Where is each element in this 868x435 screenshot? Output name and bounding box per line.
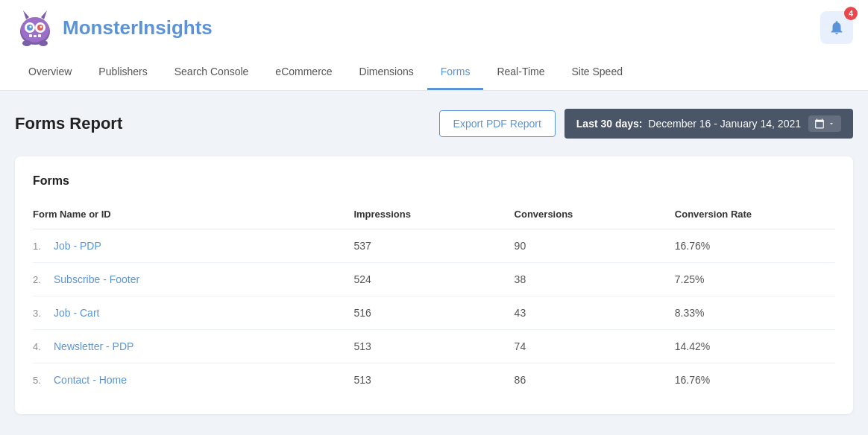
- header-right: 4: [820, 11, 853, 44]
- row-name-cell: 1. Job - PDP: [33, 240, 353, 252]
- nav-item-publishers[interactable]: Publishers: [85, 55, 160, 90]
- row-form-link[interactable]: Job - PDP: [54, 240, 101, 252]
- nav-bar: Overview Publishers Search Console eComm…: [0, 55, 868, 91]
- svg-rect-12: [38, 34, 41, 37]
- row-conversions: 38: [515, 273, 675, 285]
- notification-badge: 4: [844, 7, 858, 20]
- table-row: 1. Job - PDP 537 90 16.76%: [33, 229, 835, 263]
- row-form-link[interactable]: Job - Cart: [54, 307, 99, 319]
- row-impressions: 516: [353, 307, 514, 319]
- nav-item-overview[interactable]: Overview: [15, 55, 85, 90]
- page-header: Forms Report Export PDF Report Last 30 d…: [15, 109, 853, 139]
- col-header-name: Form Name or ID: [33, 209, 353, 220]
- logo-main: Monster: [63, 16, 138, 39]
- date-range-label: Last 30 days: December 16 - January 14, …: [576, 118, 801, 130]
- nav-item-forms[interactable]: Forms: [427, 55, 484, 90]
- page-header-actions: Export PDF Report Last 30 days: December…: [439, 109, 853, 139]
- row-impressions: 524: [353, 273, 514, 285]
- notification-button[interactable]: 4: [820, 11, 853, 44]
- svg-point-6: [30, 26, 32, 28]
- table-row: 2. Subscribe - Footer 524 38 7.25%: [33, 263, 835, 296]
- chevron-down-icon: [828, 120, 835, 127]
- date-range-button[interactable]: Last 30 days: December 16 - January 14, …: [564, 109, 853, 139]
- table-row: 4. Newsletter - PDP 513 74 14.42%: [33, 330, 835, 363]
- row-form-link[interactable]: Contact - Home: [54, 374, 127, 386]
- row-conversion-rate: 8.33%: [675, 307, 835, 319]
- svg-marker-8: [23, 10, 29, 19]
- row-conversions: 90: [515, 240, 675, 252]
- table-row: 5. Contact - Home 513 86 16.76%: [33, 363, 835, 396]
- export-pdf-button[interactable]: Export PDF Report: [439, 110, 556, 137]
- row-conversions: 86: [515, 374, 675, 386]
- page-title: Forms Report: [15, 114, 122, 133]
- row-impressions: 537: [353, 240, 514, 252]
- row-number: 2.: [33, 274, 48, 285]
- nav-item-ecommerce[interactable]: eCommerce: [262, 55, 345, 90]
- nav-item-search-console[interactable]: Search Console: [161, 55, 262, 90]
- row-impressions: 513: [353, 340, 514, 352]
- main-content: Forms Report Export PDF Report Last 30 d…: [0, 91, 868, 432]
- logo-text: MonsterInsights: [63, 16, 213, 39]
- logo-area: MonsterInsights: [15, 7, 213, 48]
- row-number: 5.: [33, 375, 48, 386]
- notification-icon: [828, 19, 845, 36]
- calendar-icon: [808, 115, 841, 132]
- row-name-cell: 3. Job - Cart: [33, 307, 353, 319]
- row-conversion-rate: 14.42%: [675, 340, 835, 352]
- col-header-conversions: Conversions: [515, 209, 675, 220]
- nav-item-realtime[interactable]: Real-Time: [483, 55, 558, 90]
- row-form-link[interactable]: Newsletter - PDP: [54, 340, 133, 352]
- row-conversion-rate: 16.76%: [675, 374, 835, 386]
- row-name-cell: 2. Subscribe - Footer: [33, 273, 353, 285]
- row-name-cell: 5. Contact - Home: [33, 374, 353, 386]
- row-conversions: 43: [515, 307, 675, 319]
- nav-item-sitespeed[interactable]: Site Speed: [558, 55, 636, 90]
- svg-point-13: [22, 40, 31, 46]
- col-header-impressions: Impressions: [353, 209, 514, 220]
- forms-card: Forms Form Name or ID Impressions Conver…: [15, 156, 853, 414]
- row-number: 1.: [33, 241, 48, 252]
- row-impressions: 513: [353, 374, 514, 386]
- table-row: 3. Job - Cart 516 43 8.33%: [33, 296, 835, 330]
- table-body: 1. Job - PDP 537 90 16.76% 2. Subscribe …: [33, 229, 835, 396]
- row-conversions: 74: [515, 340, 675, 352]
- svg-rect-10: [29, 34, 32, 37]
- row-number: 4.: [33, 341, 48, 352]
- row-conversion-rate: 16.76%: [675, 240, 835, 252]
- row-form-link[interactable]: Subscribe - Footer: [54, 273, 139, 285]
- svg-rect-11: [34, 35, 37, 37]
- logo-accent: Insights: [138, 16, 213, 39]
- table-header: Form Name or ID Impressions Conversions …: [33, 203, 835, 229]
- row-number: 3.: [33, 308, 48, 319]
- nav-item-dimensions[interactable]: Dimensions: [346, 55, 427, 90]
- svg-point-14: [39, 40, 48, 46]
- row-conversion-rate: 7.25%: [675, 273, 835, 285]
- header: MonsterInsights 4: [0, 0, 868, 55]
- monster-logo-icon: [15, 7, 55, 48]
- col-header-conversion-rate: Conversion Rate: [675, 209, 835, 220]
- svg-point-7: [40, 26, 43, 28]
- card-title: Forms: [33, 174, 835, 188]
- row-name-cell: 4. Newsletter - PDP: [33, 340, 353, 352]
- svg-marker-9: [41, 10, 47, 19]
